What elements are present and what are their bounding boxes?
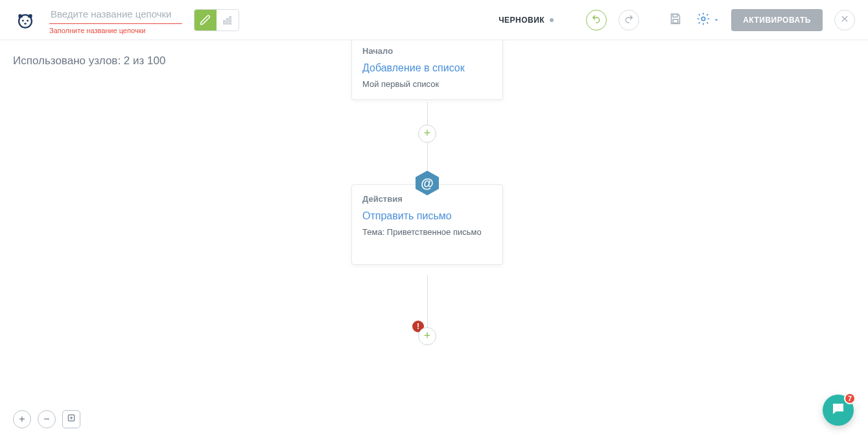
top-bar: Заполните название цепочки ЧЕРНОВИК: [0, 0, 868, 40]
connector-line: [427, 103, 428, 125]
node-action-email[interactable]: Действия Отправить письмо Тема: Приветст…: [351, 184, 503, 265]
node-title-label: Добавление в список: [362, 62, 492, 74]
status-text: ЧЕРНОВИК: [499, 16, 545, 25]
chevron-down-icon: [713, 14, 720, 26]
plus-icon: +: [19, 413, 25, 425]
node-title-label: Отправить письмо: [362, 210, 492, 222]
svg-point-3: [24, 23, 27, 25]
chain-name-error: Заполните название цепочки: [49, 27, 182, 34]
node-subtitle-label: Мой первый список: [362, 79, 492, 89]
save-button[interactable]: [666, 11, 685, 29]
fit-view-button[interactable]: [62, 410, 80, 428]
node-subtitle-label: Тема: Приветственное письмо: [362, 227, 492, 237]
node-category-label: Начало: [362, 46, 492, 56]
support-chat-button[interactable]: 7: [823, 395, 854, 426]
connector-line: [427, 143, 428, 170]
chat-icon: [830, 401, 846, 419]
plus-icon: +: [424, 127, 431, 139]
flow-canvas[interactable]: Использовано узлов: 2 из 100 Начало Доба…: [0, 40, 868, 440]
svg-rect-4: [224, 20, 225, 23]
chain-name-field-wrap: Заполните название цепочки: [49, 6, 182, 34]
stats-mode-button[interactable]: [217, 10, 239, 31]
bar-chart-icon: [222, 14, 233, 26]
connector-line: [427, 275, 428, 327]
svg-point-2: [27, 19, 29, 21]
fit-icon: [67, 413, 76, 425]
app-logo: [13, 8, 38, 32]
close-icon: [840, 14, 849, 26]
svg-point-8: [701, 17, 705, 21]
settings-dropdown[interactable]: [696, 12, 720, 29]
nodes-usage-label: Использовано узлов: 2 из 100: [13, 55, 165, 67]
node-start[interactable]: Начало Добавление в список Мой первый сп…: [351, 40, 503, 100]
undo-icon: [591, 14, 602, 27]
minus-icon: −: [43, 413, 49, 425]
zoom-in-button[interactable]: +: [13, 410, 31, 428]
svg-rect-5: [227, 18, 228, 23]
zoom-out-button[interactable]: −: [38, 410, 56, 428]
activate-button[interactable]: АКТИВИРОВАТЬ: [731, 9, 823, 31]
status-dot-icon: [550, 18, 554, 22]
edit-mode-button[interactable]: [194, 10, 217, 31]
gear-icon: [696, 12, 710, 29]
zoom-controls: + −: [13, 410, 80, 428]
view-mode-toggle: [194, 9, 239, 31]
add-node-button-end[interactable]: +: [418, 327, 436, 345]
redo-button[interactable]: [618, 10, 639, 31]
svg-rect-6: [229, 16, 231, 23]
chat-unread-badge: 7: [844, 393, 856, 404]
svg-point-1: [22, 19, 24, 21]
close-button[interactable]: [834, 10, 855, 31]
redo-icon: [624, 14, 634, 27]
pencil-icon: [200, 14, 211, 26]
plus-icon: +: [424, 330, 431, 341]
email-node-badge: @: [414, 170, 440, 196]
add-node-button[interactable]: +: [418, 125, 436, 143]
chain-name-input[interactable]: [49, 6, 182, 24]
at-icon: @: [421, 176, 434, 191]
status-label: ЧЕРНОВИК: [499, 16, 554, 25]
svg-rect-7: [674, 19, 678, 22]
save-icon: [668, 12, 683, 29]
undo-button[interactable]: [586, 10, 607, 31]
